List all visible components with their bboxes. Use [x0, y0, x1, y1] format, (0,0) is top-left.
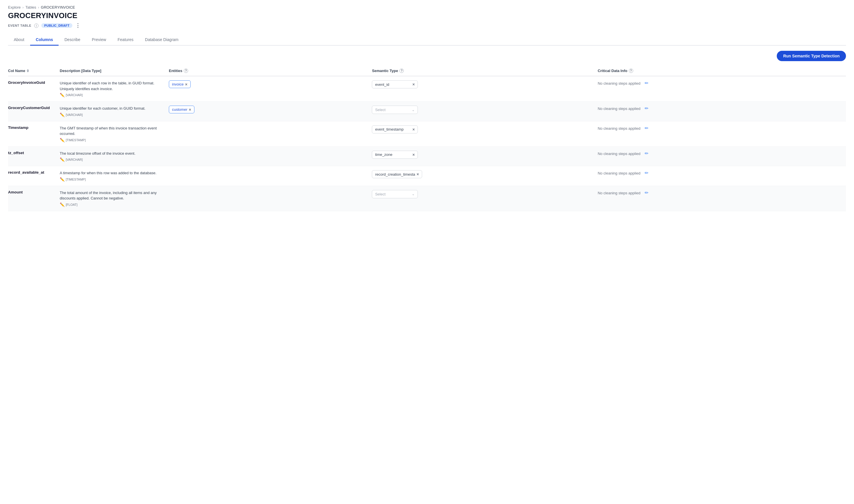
edit-description-icon[interactable]: ✏️	[60, 112, 65, 117]
semantic-type-cell: event_id ×	[372, 76, 598, 102]
tab-describe[interactable]: Describe	[58, 34, 86, 46]
description-cell: The total amount of the invoice, includi…	[60, 186, 169, 211]
semantic-remove-icon[interactable]: ×	[412, 152, 415, 157]
critical-cell: No cleaning steps applied ✏	[598, 102, 846, 121]
tab-features[interactable]: Features	[112, 34, 139, 46]
critical-cell: No cleaning steps applied ✏	[598, 146, 846, 166]
table-row: tz_offset The local timezone offset of t…	[8, 146, 846, 166]
critical-edit-icon[interactable]: ✏	[645, 80, 648, 86]
description-cell: Unique identifier for each customer, in …	[60, 102, 169, 121]
critical-cell: No cleaning steps applied ✏	[598, 121, 846, 146]
edit-description-icon[interactable]: ✏️	[60, 138, 65, 142]
th-description: Description [Data Type]	[60, 66, 169, 76]
chevron-down-icon: ⌄	[412, 192, 415, 196]
tab-database-diagram[interactable]: Database Diagram	[139, 34, 184, 46]
semantic-type-tag: event_timestamp ×	[372, 125, 418, 133]
breadcrumb-tables[interactable]: Tables	[25, 5, 36, 10]
entity-tag: customer ×	[169, 106, 194, 113]
critical-edit-icon[interactable]: ✏	[645, 151, 648, 156]
semantic-type-cell: Select ⌄	[372, 186, 598, 211]
entities-cell	[169, 121, 372, 146]
page-title: GROCERYINVOICE	[8, 11, 846, 20]
entities-cell: invoice ×	[169, 76, 372, 102]
columns-table-container: Col Name Description [Data Type] Entitie	[8, 66, 846, 211]
entities-cell: customer ×	[169, 102, 372, 121]
table-row: GroceryCustomerGuid Unique identifier fo…	[8, 102, 846, 121]
critical-edit-icon[interactable]: ✏	[645, 170, 648, 175]
columns-table: Col Name Description [Data Type] Entitie	[8, 66, 846, 211]
toolbar: Run Semantic Type Detection	[8, 46, 846, 66]
critical-edit-icon[interactable]: ✏	[645, 106, 648, 111]
tab-about[interactable]: About	[8, 34, 30, 46]
semantic-remove-icon[interactable]: ×	[412, 82, 415, 87]
critical-edit-icon[interactable]: ✏	[645, 126, 648, 131]
entities-info-icon[interactable]: ?	[184, 69, 188, 73]
breadcrumb: Explore › Tables › GROCERYINVOICE	[8, 5, 846, 10]
edit-description-icon[interactable]: ✏️	[60, 93, 65, 97]
table-row: Amount The total amount of the invoice, …	[8, 186, 846, 211]
semantic-remove-icon[interactable]: ×	[412, 127, 415, 132]
description-cell: The GMT timestamp of when this invoice t…	[60, 121, 169, 146]
edit-description-icon[interactable]: ✏️	[60, 177, 65, 182]
col-name-sort-icon[interactable]	[27, 69, 29, 72]
semantic-type-cell: event_timestamp ×	[372, 121, 598, 146]
semantic-type-tag: event_id ×	[372, 80, 418, 88]
semantic-type-tag: record_creation_timesta ×	[372, 170, 422, 178]
col-name-cell: GroceryCustomerGuid	[8, 102, 60, 121]
table-row: record_available_at A timestamp for when…	[8, 166, 846, 186]
entity-tag: invoice ×	[169, 80, 191, 88]
critical-cell: No cleaning steps applied ✏	[598, 166, 846, 186]
th-semantic-type: Semantic Type ?	[372, 66, 598, 76]
description-cell: A timestamp for when this row was added …	[60, 166, 169, 186]
entities-cell	[169, 186, 372, 211]
breadcrumb-explore[interactable]: Explore	[8, 5, 21, 10]
col-name-cell: tz_offset	[8, 146, 60, 166]
breadcrumb-current: GROCERYINVOICE	[41, 5, 75, 10]
table-row: GroceryInvoiceGuid Unique identifier of …	[8, 76, 846, 102]
semantic-type-cell: record_creation_timesta ×	[372, 166, 598, 186]
table-type-label: EVENT TABLE	[8, 24, 31, 27]
col-name-cell: GroceryInvoiceGuid	[8, 76, 60, 102]
th-col-name: Col Name	[8, 66, 60, 76]
more-options-icon[interactable]: ⋮	[75, 22, 81, 29]
th-critical-data-info: Critical Data Info ?	[598, 66, 846, 76]
semantic-type-cell: Select ⌄	[372, 102, 598, 121]
description-cell: The local timezone offset of the invoice…	[60, 146, 169, 166]
critical-cell: No cleaning steps applied ✏	[598, 76, 846, 102]
table-info-icon[interactable]: i	[34, 23, 38, 28]
description-cell: Unique identifier of each row in the tab…	[60, 76, 169, 102]
col-name-cell: record_available_at	[8, 166, 60, 186]
semantic-type-select[interactable]: Select ⌄	[372, 106, 418, 114]
entities-cell	[169, 166, 372, 186]
status-badge: PUBLIC_DRAFT	[41, 23, 72, 28]
entity-remove-icon[interactable]: ×	[185, 83, 187, 86]
semantic-type-cell: time_zone ×	[372, 146, 598, 166]
th-entities: Entities ?	[169, 66, 372, 76]
critical-edit-icon[interactable]: ✏	[645, 190, 648, 195]
entity-remove-icon[interactable]: ×	[189, 108, 191, 112]
col-name-cell: Amount	[8, 186, 60, 211]
run-semantic-detection-button[interactable]: Run Semantic Type Detection	[777, 51, 846, 61]
tabs-container: About Columns Describe Preview Features …	[8, 34, 846, 46]
tab-preview[interactable]: Preview	[86, 34, 112, 46]
critical-cell: No cleaning steps applied ✏	[598, 186, 846, 211]
table-row: Timestamp The GMT timestamp of when this…	[8, 121, 846, 146]
edit-description-icon[interactable]: ✏️	[60, 202, 65, 207]
entities-cell	[169, 146, 372, 166]
col-name-cell: Timestamp	[8, 121, 60, 146]
chevron-down-icon: ⌄	[412, 108, 415, 112]
semantic-type-tag: time_zone ×	[372, 151, 418, 159]
semantic-type-info-icon[interactable]: ?	[399, 69, 404, 73]
table-meta: EVENT TABLE i PUBLIC_DRAFT ⋮	[8, 22, 846, 29]
semantic-remove-icon[interactable]: ×	[417, 172, 419, 177]
semantic-type-select[interactable]: Select ⌄	[372, 190, 418, 198]
tab-columns[interactable]: Columns	[30, 34, 59, 46]
critical-data-info-icon[interactable]: ?	[629, 69, 633, 73]
edit-inline-icon[interactable]: ✏️	[60, 157, 65, 162]
